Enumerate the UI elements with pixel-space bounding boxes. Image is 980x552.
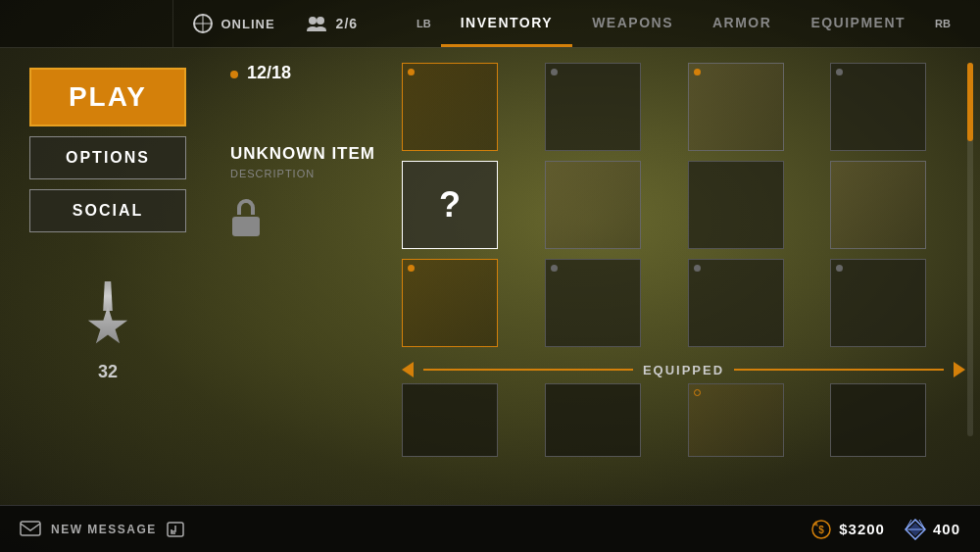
item-description: DESCRIPTION xyxy=(230,168,387,179)
medal-icon xyxy=(83,281,132,350)
globe-icon xyxy=(193,14,213,33)
equipped-section: EQUIPPED xyxy=(402,362,965,457)
tabs-bar: LB INVENTORY WEAPONS ARMOR EQUIPMENT RB xyxy=(407,0,960,47)
rank-number: 32 xyxy=(98,362,118,382)
premium-currency: 400 xyxy=(905,519,960,540)
equipped-slot-dot xyxy=(694,389,701,396)
item-name: UNKNOWN ITEM xyxy=(230,144,387,164)
lock-shackle xyxy=(237,199,255,215)
tab-rb-label: RB xyxy=(925,18,960,29)
premium-value: 400 xyxy=(933,521,960,537)
sidebar-top xyxy=(0,0,173,47)
equipped-slot-3[interactable] xyxy=(688,383,784,457)
slot-2-1[interactable]: ? xyxy=(402,161,498,249)
slot-dot xyxy=(551,265,558,272)
unknown-item-mark: ? xyxy=(403,162,497,248)
currency-area: $ $3200 400 xyxy=(810,519,960,540)
slot-2-2[interactable] xyxy=(545,161,641,249)
svg-point-2 xyxy=(317,17,324,25)
grid-row-3 xyxy=(402,259,965,347)
scroll-thumb xyxy=(967,63,973,141)
options-button[interactable]: OPTIONS xyxy=(29,136,186,179)
slot-dot xyxy=(408,69,415,75)
grid-area: ? xyxy=(402,63,965,495)
equipped-line-left xyxy=(423,369,633,371)
tab-armor[interactable]: ARMOR xyxy=(693,0,791,47)
tab-weapons[interactable]: WEAPONS xyxy=(572,0,693,47)
svg-text:$: $ xyxy=(818,525,824,535)
diamond-icon xyxy=(905,519,926,540)
play-button[interactable]: PLAY xyxy=(29,68,186,126)
slot-3-2[interactable] xyxy=(545,259,641,347)
enter-icon xyxy=(167,522,184,537)
social-label: SOCIAL xyxy=(73,202,143,220)
lock-body xyxy=(232,217,260,236)
lock-icon xyxy=(230,199,262,236)
equipped-slot-1[interactable] xyxy=(402,383,498,457)
slot-3-1[interactable] xyxy=(402,259,498,347)
cash-currency: $ $3200 xyxy=(810,519,885,540)
medal-area: 32 xyxy=(83,281,132,382)
slot-1-4[interactable] xyxy=(830,63,926,151)
slot-3-4[interactable] xyxy=(830,259,926,347)
equipped-arrow-left xyxy=(402,362,414,377)
bottom-bar: NEW MESSAGE $ $3200 xyxy=(0,505,980,552)
right-panel: 12/18 UNKNOWN ITEM DESCRIPTION xyxy=(216,48,980,505)
online-label: ONLINE xyxy=(220,17,274,31)
count-label: 12/18 xyxy=(247,63,291,82)
slot-dot xyxy=(408,265,415,272)
slot-dot xyxy=(836,265,843,272)
svg-point-3 xyxy=(315,26,326,31)
tab-equipment[interactable]: EQUIPMENT xyxy=(791,0,925,47)
top-status: ONLINE 2/6 LB INVENTORY WEAPONS ARMOR EQ… xyxy=(173,0,980,47)
scroll-indicator[interactable] xyxy=(967,63,973,436)
cash-value: $3200 xyxy=(839,521,885,537)
slot-1-3[interactable] xyxy=(688,63,784,151)
slot-3-3[interactable] xyxy=(688,259,784,347)
players-icon xyxy=(305,16,328,31)
social-button[interactable]: SOCIAL xyxy=(29,189,186,232)
grid-row-2: ? xyxy=(402,161,965,249)
players-status: 2/6 xyxy=(305,16,358,31)
count-dot xyxy=(230,71,238,78)
new-message-label: NEW MESSAGE xyxy=(51,523,157,536)
play-label: PLAY xyxy=(69,81,147,113)
message-icon xyxy=(20,521,41,538)
tab-inventory[interactable]: INVENTORY xyxy=(441,0,572,47)
inventory-panel: 12/18 UNKNOWN ITEM DESCRIPTION xyxy=(216,48,980,505)
slot-dot xyxy=(694,69,701,75)
equipped-grid xyxy=(402,383,965,457)
grid-row-1 xyxy=(402,63,965,151)
equipped-header: EQUIPPED xyxy=(402,362,965,377)
tab-lb-label: LB xyxy=(407,18,441,29)
equipped-slot-2[interactable] xyxy=(545,383,641,457)
medal-star xyxy=(87,306,128,347)
svg-point-0 xyxy=(309,17,317,25)
slot-1-1[interactable] xyxy=(402,63,498,151)
equipped-arrow-right xyxy=(954,362,965,377)
item-detail: 12/18 UNKNOWN ITEM DESCRIPTION xyxy=(230,63,402,495)
options-label: OPTIONS xyxy=(66,149,150,167)
equipped-line-right xyxy=(734,369,944,371)
slot-dot xyxy=(694,265,701,272)
item-count: 12/18 xyxy=(230,63,387,83)
players-label: 2/6 xyxy=(336,16,358,31)
slot-2-3[interactable] xyxy=(688,161,784,249)
slot-1-2[interactable] xyxy=(545,63,641,151)
slot-dot xyxy=(551,69,558,75)
sidebar: PLAY OPTIONS SOCIAL 32 xyxy=(0,48,216,505)
cash-icon: $ xyxy=(810,519,832,540)
equipped-slot-4[interactable] xyxy=(830,383,926,457)
equipped-label: EQUIPPED xyxy=(643,363,724,377)
online-status: ONLINE xyxy=(193,14,274,33)
svg-rect-4 xyxy=(21,522,40,535)
slot-dot xyxy=(836,69,843,75)
slot-2-4[interactable] xyxy=(830,161,926,249)
